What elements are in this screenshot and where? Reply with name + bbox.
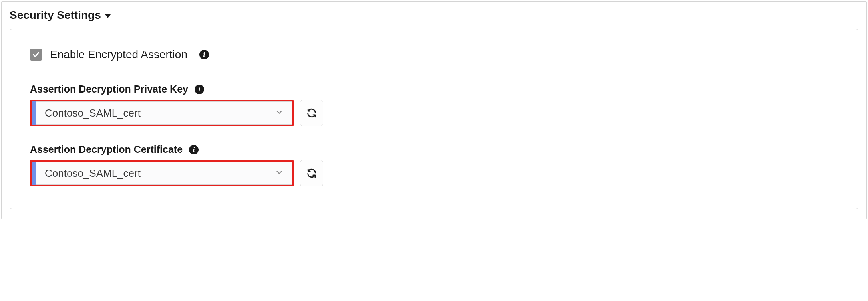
enable-encrypted-assertion-label: Enable Encrypted Assertion	[50, 48, 187, 61]
enable-encrypted-assertion-row: Enable Encrypted Assertion i	[30, 48, 838, 61]
select-accent-bar	[32, 162, 36, 185]
caret-down-icon	[105, 14, 111, 18]
private-key-input-row: Contoso_SAML_cert	[30, 100, 838, 126]
refresh-icon	[306, 168, 317, 179]
check-icon	[32, 51, 40, 59]
chevron-down-icon	[275, 108, 284, 118]
certificate-refresh-button[interactable]	[300, 160, 323, 186]
security-settings-section: Security Settings Enable Encrypted Asser…	[1, 1, 867, 219]
certificate-select[interactable]: Contoso_SAML_cert	[36, 162, 292, 185]
info-icon[interactable]: i	[199, 50, 209, 59]
private-key-select[interactable]: Contoso_SAML_cert	[36, 101, 292, 125]
certificate-label: Assertion Decryption Certificate	[30, 144, 183, 155]
certificate-select-value: Contoso_SAML_cert	[45, 167, 141, 180]
certificate-input-row: Contoso_SAML_cert	[30, 160, 838, 186]
private-key-field: Assertion Decryption Private Key i Conto…	[30, 83, 838, 126]
section-header[interactable]: Security Settings	[10, 9, 858, 22]
chevron-down-icon	[275, 168, 284, 178]
private-key-label-row: Assertion Decryption Private Key i	[30, 83, 838, 95]
refresh-icon	[306, 107, 317, 119]
private-key-refresh-button[interactable]	[300, 100, 323, 126]
private-key-select-value: Contoso_SAML_cert	[45, 107, 141, 119]
info-icon[interactable]: i	[195, 85, 204, 94]
select-accent-bar	[32, 101, 36, 125]
settings-panel: Enable Encrypted Assertion i Assertion D…	[10, 29, 858, 209]
section-title: Security Settings	[10, 9, 101, 22]
certificate-field: Assertion Decryption Certificate i Conto…	[30, 144, 838, 186]
certificate-label-row: Assertion Decryption Certificate i	[30, 144, 838, 155]
private-key-label: Assertion Decryption Private Key	[30, 83, 188, 95]
info-icon[interactable]: i	[189, 145, 199, 154]
enable-encrypted-assertion-checkbox[interactable]	[30, 49, 42, 61]
certificate-select-highlight: Contoso_SAML_cert	[30, 160, 294, 186]
private-key-select-highlight: Contoso_SAML_cert	[30, 100, 294, 126]
